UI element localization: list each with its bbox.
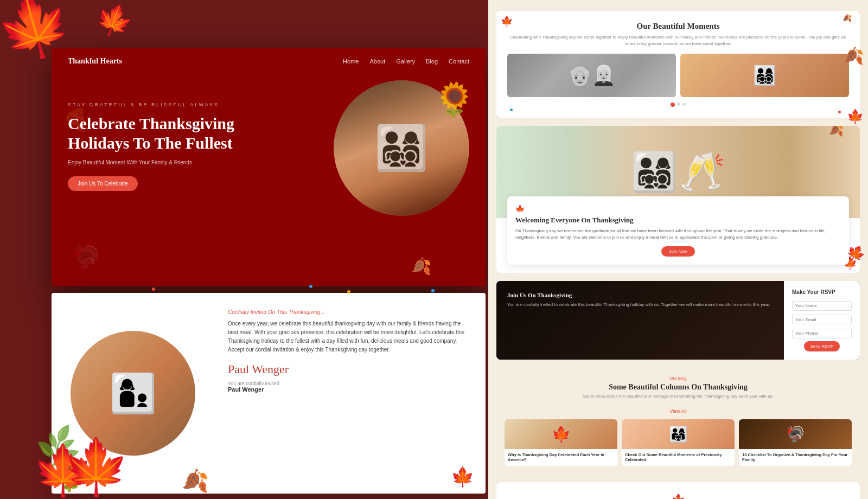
join-text: You are cordially invited to celebrate t… <box>507 302 773 308</box>
nav-about[interactable]: About <box>369 58 385 65</box>
form-name-field[interactable] <box>792 301 852 311</box>
blog-subtitle: Get to know about the beautiful and heri… <box>505 394 852 399</box>
blog-card-1[interactable]: 🍁 Why Is Thanksgiving Day Celebrated Eac… <box>505 419 617 466</box>
welcoming-title: Welcoming Everyone On Thanksgiving <box>515 216 841 225</box>
hero-cta-button[interactable]: Join Us To Celebrate <box>68 176 138 191</box>
dot-1[interactable] <box>671 103 675 107</box>
form-title: Make Your RSVP <box>792 289 852 295</box>
invited-name: Paul Wenger <box>228 386 472 393</box>
dot-2[interactable] <box>677 103 680 106</box>
moment-image-1: 👴👩‍🦳 <box>507 54 676 97</box>
confetti-yellow <box>347 290 350 293</box>
nav-contact[interactable]: Contact <box>449 58 469 65</box>
moment-image-2: 👨‍👩‍👧‍👦 <box>680 54 849 97</box>
carousel-dots <box>507 103 849 107</box>
bm-leaf-right: 🍂 <box>843 14 852 23</box>
blog-card-body-2: Check Out Some Beautiful Moments of Prev… <box>622 449 735 466</box>
bm-leaf-left: 🍁 <box>501 15 513 27</box>
join-title: Join Us On Thanksgiving <box>507 292 773 298</box>
blog-title: Some Beautiful Columns On Thanksgiving <box>505 383 852 392</box>
big-leaf-bottom-right: 🍁 <box>62 435 130 499</box>
invited-label: You are cordially invited <box>228 381 472 386</box>
invite-tag: Cordially Invited On This Thanksgiving..… <box>228 309 472 315</box>
nav-blog[interactable]: Blog <box>426 58 438 65</box>
nav-home[interactable]: Home <box>343 58 359 65</box>
welcoming-leaf-top: 🍂 <box>829 126 844 137</box>
website-mockup-hero: Thankful Hearts Home About Gallery Blog … <box>52 48 486 286</box>
confetti-red <box>152 287 155 291</box>
beautiful-moments-subtitle: Celebrating with Thanksgiving day we com… <box>507 34 849 47</box>
sunflower-decoration: 🌻 <box>434 80 475 119</box>
blog-view-all[interactable]: View All <box>669 408 686 414</box>
blog-card-image-2: 👨‍👩‍👧 <box>622 419 735 449</box>
bm-dot-red <box>838 111 841 113</box>
blog-card-image-3: 🦃 <box>739 419 852 449</box>
blog-card-title-3: 10 Checklist To Organize A Thanksgiving … <box>742 452 848 463</box>
nav-logo: Thankful Hearts <box>68 57 122 66</box>
dot-3[interactable] <box>682 103 686 106</box>
blog-card-title-2: Check Out Some Beautiful Moments of Prev… <box>625 452 731 463</box>
nav-bar: Thankful Hearts Home About Gallery Blog … <box>52 48 486 75</box>
form-email-field[interactable] <box>792 315 852 324</box>
autumn-leaf-bottom: 🍂 <box>182 468 209 494</box>
blog-card-2[interactable]: 👨‍👩‍👧 Check Out Some Beautiful Moments o… <box>622 419 735 466</box>
welcoming-card: 🍁 Welcoming Everyone On Thanksgiving On … <box>507 196 849 265</box>
confetti-blue-2 <box>431 289 435 292</box>
welcoming-text: On Thanksgiving day we remember the grat… <box>515 228 841 241</box>
form-phone-field[interactable] <box>792 329 852 338</box>
hero-description: Enjoy Beautiful Moment With Your Family … <box>68 159 469 165</box>
section-join: Join Us On Thanksgiving You are cordiall… <box>496 281 860 360</box>
hero-content: STAY GRATEFUL & BE BLISSFUL ALWAYS Celeb… <box>68 86 469 276</box>
moments-images-row: 👴👩‍🦳 👨‍👩‍👧‍👦 <box>507 54 849 97</box>
left-panel: 🍁 🍁 Thankful Hearts Home About Gallery B… <box>0 0 488 499</box>
form-submit-button[interactable]: Send RSVP <box>804 341 840 351</box>
welcoming-join-button[interactable]: Join Now <box>661 246 695 257</box>
hero-subtitle: STAY GRATEFUL & BE BLISSFUL ALWAYS <box>68 102 469 107</box>
blog-view-all-wrapper: View All <box>505 405 852 415</box>
invite-leaf-deco: 🍁 <box>451 466 475 488</box>
contact-leaf-icon: 🍁 <box>507 493 849 499</box>
section-blog: Our Blog Some Beautiful Columns On Thank… <box>496 368 860 475</box>
confetti-blue-1 <box>309 285 312 288</box>
section-contact: 🍁 Get In Touch Grateful for Thanksgiving… <box>496 482 860 499</box>
blog-card-body-3: 10 Checklist To Organize A Thanksgiving … <box>739 449 852 466</box>
hero-section: 🍕 🦃 STAY GRATEFUL & BE BLISSFUL ALWAYS C… <box>52 75 486 286</box>
blog-card-3[interactable]: 🦃 10 Checklist To Organize A Thanksgivin… <box>739 419 852 466</box>
signature: Paul Wenger <box>228 362 472 376</box>
section-welcoming: 🍂 👨‍👩‍👧‍👦🥂 🍁 Welcoming Everyone On Thank… <box>496 126 860 273</box>
nav-links: Home About Gallery Blog Contact <box>343 58 469 65</box>
right-panel: 🍂 🍁 🍁 🍂 Our Beautiful Moments Celebratin… <box>488 0 868 499</box>
hero-title: Celebrate Thanksgiving Holidays To The F… <box>68 114 469 153</box>
blog-card-body-1: Why Is Thanksgiving Day Celebrated Each … <box>505 449 617 466</box>
bm-dot-blue <box>510 108 513 111</box>
blog-card-title-1: Why Is Thanksgiving Day Celebrated Each … <box>508 452 614 463</box>
beautiful-moments-title: Our Beautiful Moments <box>507 22 849 31</box>
rp-leaf-orange: 🍂 <box>844 46 864 65</box>
blog-cards-row: 🍁 Why Is Thanksgiving Day Celebrated Eac… <box>505 419 852 466</box>
nav-gallery[interactable]: Gallery <box>396 58 415 65</box>
invite-body: Once every year, we celebrate this beaut… <box>228 319 472 354</box>
blog-card-image-1: 🍁 <box>505 419 617 449</box>
invite-section: Cordially Invited On This Thanksgiving..… <box>214 293 486 494</box>
leaf-top-right-area: 🍁 <box>91 0 138 43</box>
section-beautiful-moments: 🍁 🍂 Our Beautiful Moments Celebrating wi… <box>496 11 860 118</box>
rp-leaf-red-1: 🍁 <box>847 108 864 124</box>
blog-tag: Our Blog <box>505 376 852 381</box>
right-content: 🍁 🍂 Our Beautiful Moments Celebrating wi… <box>488 0 868 499</box>
autumn-leaf-hero: 🍂 <box>411 257 431 276</box>
join-info: Join Us On Thanksgiving You are cordiall… <box>496 281 784 360</box>
rsvp-form: Make Your RSVP Send RSVP <box>784 281 860 360</box>
welcoming-leaf-icon: 🍁 <box>515 204 841 214</box>
